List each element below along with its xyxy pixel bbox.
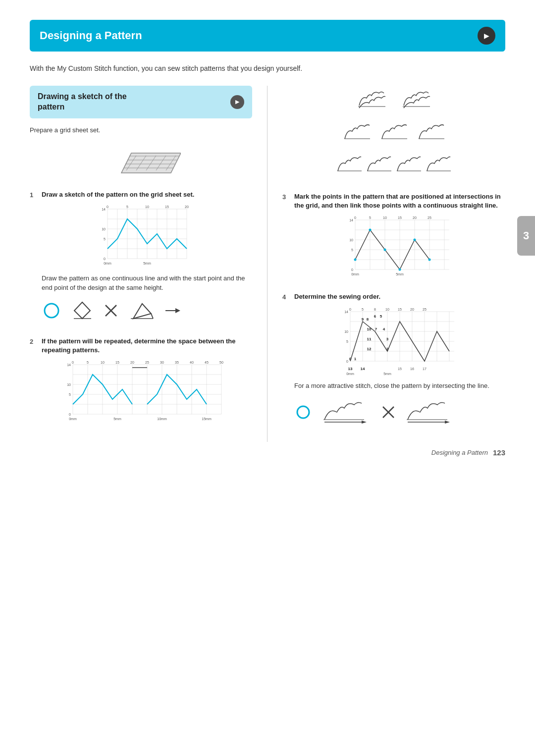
step-2-content: If the pattern will be repeated, determi… [42,337,252,429]
final-x-icon [381,405,395,419]
svg-text:25: 25 [428,216,431,219]
svg-marker-177 [445,421,450,424]
chart-1-svg: 0 5 10 15 20 14 10 5 0 [98,204,197,269]
svg-text:5: 5 [346,340,348,343]
svg-text:14: 14 [349,218,353,222]
step-4-number: 4 [282,293,289,434]
pattern-shape-7 [367,150,391,177]
svg-text:10: 10 [102,227,106,231]
step-1-label: Draw a sketch of the pattern on the grid… [42,190,252,199]
svg-marker-37 [74,302,90,319]
svg-text:0: 0 [69,413,71,416]
svg-marker-172 [362,421,367,424]
intro-text: With the My Custom Stitch function, you … [30,63,505,74]
left-column: Drawing a sketch of thepattern Prepare a… [30,86,268,442]
pattern-shape-5 [418,118,445,145]
step-4: 4 Determine the sewing order. [282,292,505,434]
svg-text:25: 25 [423,308,427,311]
svg-text:2: 2 [386,347,389,351]
svg-text:10: 10 [145,205,149,209]
svg-text:12: 12 [367,347,372,351]
final-icons-row [294,397,505,427]
correct-diamond-icon [71,300,94,322]
step-2-number: 2 [30,338,37,429]
svg-text:5: 5 [369,216,371,219]
step-3-chart: 0 5 10 15 20 25 14 10 5 0 [294,215,505,279]
svg-text:0mm: 0mm [104,262,111,265]
svg-text:5: 5 [351,248,353,252]
step-4-content: Determine the sewing order. [294,292,505,434]
svg-point-118 [399,269,401,271]
svg-text:5: 5 [362,308,364,311]
svg-text:14: 14 [67,363,71,367]
svg-text:3: 3 [386,337,389,341]
chart-2-svg: 0 5 10 15 20 25 30 35 40 45 50 [63,360,231,424]
svg-text:14: 14 [361,367,365,371]
svg-text:5: 5 [69,393,71,396]
svg-text:0: 0 [72,361,74,364]
svg-text:13: 13 [348,367,353,371]
svg-text:5: 5 [380,314,382,319]
section-arrow-icon [230,95,244,109]
step-4-desc: For a more attractive stitch, close the … [294,381,505,391]
step-1-desc: Draw the pattern as one continuous line … [42,273,252,293]
grid-sheet-illustration [102,141,181,180]
svg-point-116 [369,229,372,231]
arrow-icon [165,306,180,316]
header-bar: Designing a Pattern [30,20,505,52]
right-column: 3 Mark the points in the pattern that ar… [268,86,505,442]
svg-text:10: 10 [349,238,353,242]
chart-4-svg: 0 5 8 10 15 20 25 14 10 5 0 [340,307,459,376]
step-1: 1 Draw a sketch of the pattern on the gr… [30,190,252,329]
svg-text:20: 20 [130,361,134,364]
final-good-pattern [322,397,372,427]
svg-text:40: 40 [190,361,194,364]
step-3-number: 3 [282,193,289,284]
svg-text:5: 5 [87,361,89,364]
svg-text:0: 0 [346,360,348,363]
svg-text:9: 9 [362,317,364,322]
pattern-shape-8 [396,150,421,177]
pattern-shape-2 [401,86,431,113]
footer-page-number: 123 [493,448,505,457]
svg-text:10: 10 [344,330,348,333]
icons-row-step1 [42,300,252,322]
svg-marker-45 [175,308,180,313]
step-1-chart: 0 5 10 15 20 14 10 5 0 [42,204,252,269]
pattern-row-1 [357,86,431,113]
step-2-label: If the pattern will be repeated, determi… [42,337,252,355]
step-3-label: Mark the points in the pattern that are … [294,192,505,210]
svg-text:1: 1 [354,357,357,361]
svg-text:10mm: 10mm [157,417,167,421]
pattern-shape-3 [343,118,371,145]
step-1-number: 1 [30,191,37,329]
svg-point-119 [414,239,416,241]
svg-text:15: 15 [398,308,402,311]
svg-text:0mm: 0mm [351,272,359,276]
pattern-shape-6 [337,150,362,177]
svg-text:15: 15 [398,216,402,219]
svg-point-117 [384,249,386,251]
section-title: Drawing a sketch of thepattern [38,92,127,112]
svg-text:0mm: 0mm [69,417,77,421]
svg-point-169 [297,406,309,418]
pattern-shape-4 [380,118,408,145]
svg-text:16: 16 [410,367,414,371]
page-title: Designing a Pattern [40,29,142,42]
svg-text:6: 6 [374,314,376,319]
svg-text:20: 20 [185,205,189,209]
chart-3-svg: 0 5 10 15 20 25 14 10 5 0 [345,215,454,279]
svg-text:10: 10 [383,216,387,219]
svg-text:35: 35 [175,361,179,364]
svg-text:0: 0 [354,216,356,219]
pattern-shape-1 [357,86,386,113]
svg-text:15: 15 [115,361,119,364]
svg-text:8: 8 [367,317,369,322]
pattern-row-2 [343,118,445,145]
svg-text:20: 20 [413,216,417,219]
two-col-layout: Drawing a sketch of thepattern Prepare a… [30,86,505,442]
svg-text:14: 14 [344,310,348,314]
prepare-text: Prepare a grid sheet set. [30,126,252,134]
svg-point-36 [45,304,58,318]
svg-text:4: 4 [383,327,385,331]
